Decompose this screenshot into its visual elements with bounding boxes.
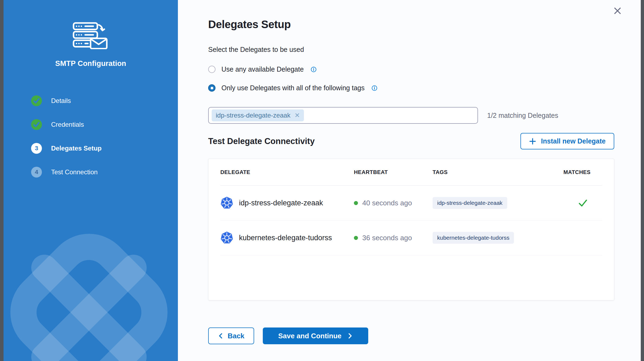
delegate-cell: kubernetes-delegate-tudorss — [220, 231, 354, 244]
heartbeat-dot — [354, 201, 358, 205]
kubernetes-icon — [220, 196, 233, 209]
step-test-connection[interactable]: 4 Test Connection — [31, 167, 178, 178]
matching-delegates-count: 1/2 matching Delegates — [487, 112, 558, 119]
heartbeat-cell: 40 seconds ago — [354, 199, 433, 207]
matches-cell — [563, 198, 602, 208]
step-number-badge: 3 — [31, 143, 42, 154]
chevron-right-icon — [347, 333, 353, 339]
radio-label: Only use Delegates with all of the follo… — [221, 84, 364, 92]
tags-input-row: idp-stress-delegate-zeaak ✕ 1/2 matching… — [208, 107, 614, 124]
kubernetes-icon — [220, 231, 233, 244]
step-label: Test Connection — [51, 168, 98, 176]
table-row[interactable]: idp-stress-delegate-zeaak 40 seconds ago… — [220, 186, 602, 220]
tag-chip: idp-stress-delegate-zeaak ✕ — [212, 109, 304, 121]
step-credentials[interactable]: Credentials — [31, 119, 178, 130]
tag-chip-label: idp-stress-delegate-zeaak — [216, 112, 290, 119]
check-icon — [31, 95, 42, 106]
connectivity-section-header: Test Delegate Connectivity Install new D… — [208, 133, 614, 149]
radio-unselected-icon[interactable] — [208, 66, 215, 73]
select-delegates-label: Select the Delegates to be used — [208, 46, 614, 54]
heartbeat-dot — [354, 236, 358, 240]
remove-tag-icon[interactable]: ✕ — [294, 112, 300, 119]
radio-delegates-with-tags[interactable]: Only use Delegates with all of the follo… — [208, 84, 614, 92]
table-row[interactable]: kubernetes-delegate-tudorss 36 seconds a… — [220, 220, 602, 255]
wizard-footer: Back Save and Continue — [208, 327, 614, 344]
delegate-name: kubernetes-delegate-tudorss — [239, 234, 332, 242]
step-label: Details — [51, 97, 71, 105]
wizard-sidebar: SMTP Configuration Details Credentials — [4, 0, 178, 361]
delegates-setup-panel: Delegates Setup Select the Delegates to … — [178, 0, 641, 361]
save-and-continue-button[interactable]: Save and Continue — [263, 327, 368, 344]
column-heartbeat: HEARTBEAT — [354, 169, 433, 175]
section-title: Test Delegate Connectivity — [208, 136, 315, 146]
close-icon — [613, 6, 622, 16]
delegate-tags-input[interactable]: idp-stress-delegate-zeaak ✕ — [208, 107, 478, 124]
radio-selected-icon[interactable] — [208, 84, 215, 92]
info-icon[interactable] — [311, 66, 317, 72]
back-button[interactable]: Back — [208, 327, 254, 344]
tags-cell: kubernetes-delegate-tudorss — [433, 232, 563, 244]
wizard-steps: Details Credentials 3 Delegates Setup 4 … — [31, 95, 178, 178]
delegate-name: idp-stress-delegate-zeaak — [239, 199, 323, 207]
step-details[interactable]: Details — [31, 95, 178, 106]
step-delegates-setup[interactable]: 3 Delegates Setup — [31, 143, 178, 154]
smtp-configuration-wizard: SMTP Configuration Details Credentials — [4, 0, 641, 361]
column-matches: MATCHES — [563, 169, 602, 175]
install-button-label: Install new Delegate — [541, 137, 606, 145]
delegate-cell: idp-stress-delegate-zeaak — [220, 196, 354, 209]
delegate-selection-radio-group: Use any available Delegate Only use Dele… — [208, 65, 614, 92]
plus-icon — [529, 138, 536, 145]
heartbeat-text: 40 seconds ago — [362, 199, 412, 207]
delegate-tag-badge: kubernetes-delegate-tudorss — [433, 232, 514, 244]
page-title: Delegates Setup — [208, 18, 614, 31]
delegate-tag-badge: idp-stress-delegate-zeaak — [433, 197, 507, 209]
step-complete-icon — [31, 119, 42, 130]
radio-label: Use any available Delegate — [221, 65, 304, 73]
radio-any-delegate[interactable]: Use any available Delegate — [208, 65, 614, 73]
install-new-delegate-button[interactable]: Install new Delegate — [520, 133, 614, 149]
check-icon — [578, 198, 588, 208]
close-button[interactable] — [612, 5, 623, 16]
heartbeat-text: 36 seconds ago — [362, 234, 412, 242]
save-button-label: Save and Continue — [278, 332, 341, 340]
column-delegate: DELEGATE — [220, 169, 354, 175]
table-header-row: DELEGATE HEARTBEAT TAGS MATCHES — [220, 159, 602, 186]
harness-logo-watermark — [4, 223, 178, 361]
step-label: Delegates Setup — [51, 145, 102, 152]
chevron-left-icon — [218, 333, 224, 339]
delegates-table: DELEGATE HEARTBEAT TAGS MATCHES — [208, 159, 614, 300]
column-tags: TAGS — [433, 169, 563, 175]
check-icon — [31, 119, 42, 130]
step-number-badge: 4 — [31, 167, 42, 178]
info-icon[interactable] — [371, 85, 377, 91]
tags-cell: idp-stress-delegate-zeaak — [433, 197, 563, 209]
step-label: Credentials — [51, 121, 84, 128]
wizard-title: SMTP Configuration — [4, 59, 178, 68]
smtp-server-mail-icon — [73, 22, 109, 49]
step-complete-icon — [31, 95, 42, 106]
heartbeat-cell: 36 seconds ago — [354, 234, 433, 242]
back-button-label: Back — [228, 332, 244, 340]
